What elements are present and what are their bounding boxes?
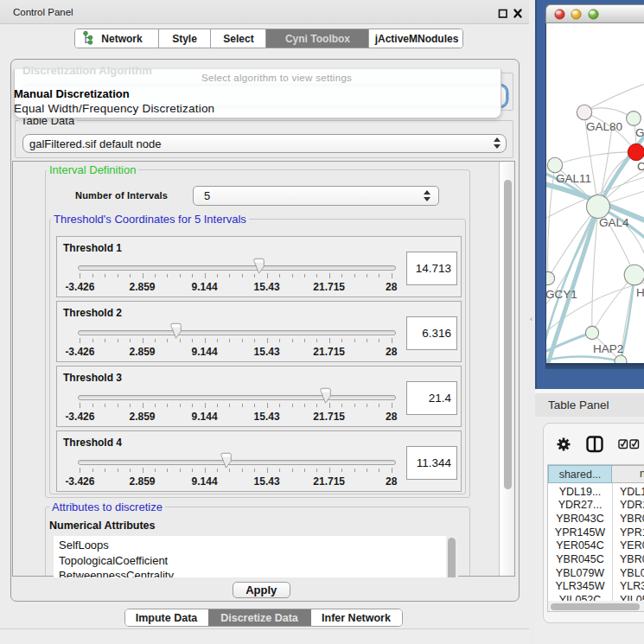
svg-text:GAL80: GAL80 [586,120,622,133]
svg-text:C: C [637,160,644,173]
svg-text:H: H [636,286,644,299]
svg-text:HAP2: HAP2 [593,342,623,355]
svg-text:GAL11: GAL11 [556,172,591,185]
svg-text:GA: GA [635,126,644,139]
svg-text:GAL4: GAL4 [599,216,629,229]
svg-text:GCY1: GCY1 [546,288,577,301]
